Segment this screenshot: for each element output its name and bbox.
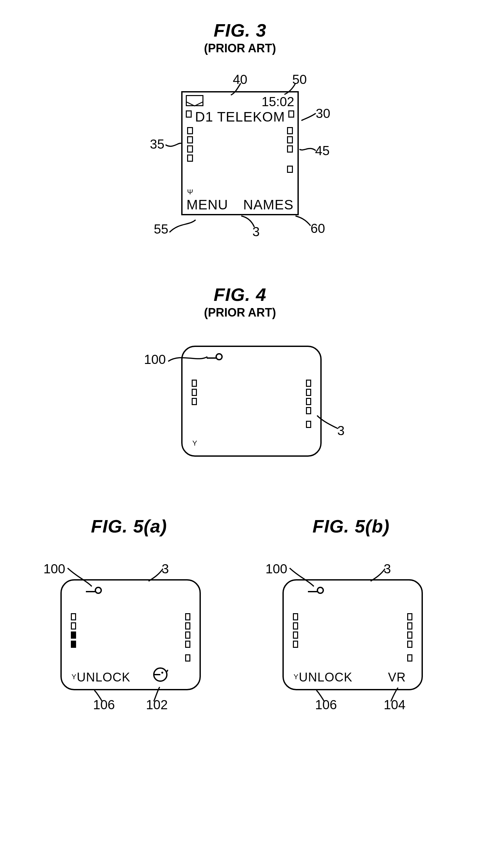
figure-5b: FIG. 5(b) Y UNLOCK VR 100 3 <box>260 516 443 713</box>
battery-right-icon <box>407 613 412 661</box>
callout-40: 40 <box>233 72 248 87</box>
fig5a-title: FIG. 5(a) <box>91 516 167 537</box>
callout-100: 100 <box>144 352 166 367</box>
vr-softkey[interactable]: VR <box>388 670 406 684</box>
svg-point-3 <box>161 672 163 674</box>
callout-102: 102 <box>146 698 168 712</box>
fig4-screen: Y <box>181 346 322 457</box>
figure-5a: FIG. 5(a) Y UNLOCK 100 <box>37 516 220 713</box>
fig3-canvas: 15:02 D1 TELEKOM <box>126 68 354 238</box>
fig3-screen: 15:02 D1 TELEKOM <box>181 91 299 215</box>
signal-left-icon <box>293 613 298 648</box>
figure-3: FIG. 3 (PRIOR ART) 15:02 D1 TELEKOM <box>0 20 480 238</box>
svg-point-1 <box>95 587 101 593</box>
fig5a-screen: Y UNLOCK <box>60 579 201 690</box>
antenna-icon: Y <box>192 439 197 447</box>
battery-right-icon <box>306 380 311 428</box>
battery-right-icon <box>185 613 190 661</box>
callout-3: 3 <box>337 423 345 438</box>
menu-softkey[interactable]: MENU <box>187 197 228 213</box>
fig4-title: FIG. 4 <box>214 284 266 305</box>
figure-5-row: FIG. 5(a) Y UNLOCK 100 <box>0 516 480 713</box>
callout-100: 100 <box>265 562 287 576</box>
callout-50: 50 <box>292 72 307 87</box>
svg-point-4 <box>317 587 323 593</box>
battery-right-bar <box>287 127 293 173</box>
signal-left-bar <box>187 127 193 162</box>
callout-35: 35 <box>150 137 165 152</box>
figure-4: FIG. 4 (PRIOR ART) Y 100 3 <box>0 284 480 470</box>
signal-left-icon <box>192 380 197 405</box>
unlock-softkey[interactable]: UNLOCK <box>77 670 130 684</box>
signal-left-icon <box>186 111 192 118</box>
fig3-status-row: 15:02 <box>183 92 297 109</box>
callout-106: 106 <box>315 698 337 712</box>
fig5b-title: FIG. 5(b) <box>313 516 389 537</box>
fig3-carrier: D1 TELEKOM <box>195 109 285 125</box>
fig3-softkeys: MENU NAMES <box>183 197 297 213</box>
callout-100: 100 <box>43 562 65 576</box>
key-icon <box>205 353 224 365</box>
fig5b-screen: Y UNLOCK VR <box>283 579 423 690</box>
callout-60: 60 <box>311 221 325 236</box>
callout-106: 106 <box>93 698 115 712</box>
svg-point-0 <box>216 354 222 360</box>
callout-3: 3 <box>252 224 260 239</box>
envelope-icon <box>186 95 203 106</box>
face-icon <box>153 667 168 684</box>
key-icon <box>85 586 103 598</box>
fig5b-canvas: Y UNLOCK VR 100 3 106 104 <box>260 550 443 713</box>
fig3-subtitle: (PRIOR ART) <box>204 41 276 55</box>
antenna-icon: Ψ <box>187 188 193 196</box>
antenna-icon: Y <box>71 673 76 681</box>
callout-3: 3 <box>162 562 169 576</box>
callout-3: 3 <box>384 562 391 576</box>
fig3-time: 15:02 <box>261 94 294 109</box>
callout-55: 55 <box>154 222 168 237</box>
unlock-softkey[interactable]: UNLOCK <box>299 670 352 684</box>
fig3-carrier-row: D1 TELEKOM <box>183 109 297 125</box>
callout-104: 104 <box>384 698 406 712</box>
fig4-canvas: Y 100 3 <box>123 333 357 470</box>
fig3-title: FIG. 3 <box>214 20 266 41</box>
callout-30: 30 <box>316 106 330 121</box>
names-softkey[interactable]: NAMES <box>243 197 293 213</box>
fig4-subtitle: (PRIOR ART) <box>204 306 276 319</box>
fig5a-canvas: Y UNLOCK 100 3 106 102 <box>37 550 220 713</box>
battery-right-icon <box>288 111 294 118</box>
callout-45: 45 <box>315 144 330 158</box>
antenna-icon: Y <box>293 673 298 681</box>
signal-left-icon <box>71 613 76 648</box>
key-icon <box>307 586 325 598</box>
